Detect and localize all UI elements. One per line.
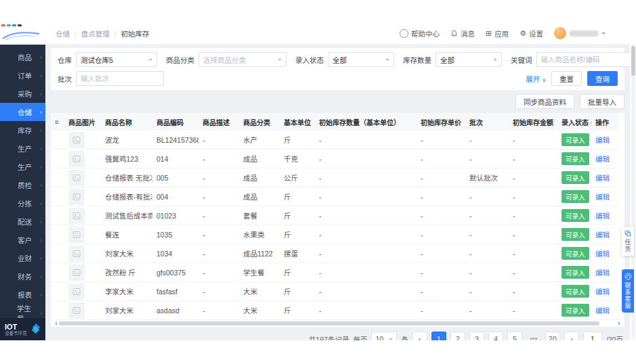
- sidebar-footer[interactable]: IOT 设备节环境: [0, 318, 45, 340]
- sidebar-item[interactable]: 订单: [0, 66, 45, 85]
- cell-initial-qty: -: [315, 282, 417, 301]
- expand-all-icon[interactable]: [55, 118, 59, 126]
- table-row[interactable]: 仓储报表-有批次 004 - 成品 斤 - - - - 可录入 编辑: [51, 187, 618, 206]
- edit-link[interactable]: 编辑: [595, 212, 610, 220]
- picture-icon: [72, 250, 81, 258]
- edit-link[interactable]: 编辑: [595, 174, 610, 182]
- tasks-fab[interactable]: 任务: [622, 227, 634, 256]
- batch-input[interactable]: [76, 71, 164, 86]
- cell-product-desc: -: [198, 206, 239, 225]
- table-row[interactable]: 仓储报表 无批次 005 - 成品 公斤 - - 默认批次 - 可录入 编辑: [51, 168, 618, 187]
- horizontal-scrollbar-thumb[interactable]: [59, 321, 599, 325]
- page-button[interactable]: 2: [450, 332, 465, 340]
- vertical-scrollbar-thumb[interactable]: [631, 46, 635, 76]
- table-row[interactable]: 孜然粉 斤 gfs00375 - 学生餐 斤 - - - - 可录入 编辑: [51, 263, 618, 282]
- edit-link[interactable]: 编辑: [595, 269, 610, 277]
- page-jump-input[interactable]: [583, 332, 602, 340]
- sidebar-item[interactable]: 商品: [0, 48, 45, 66]
- table-row[interactable]: 波龙 BL124157368 - 水产 斤 - - - - 可录入 编辑: [51, 131, 618, 150]
- table-row[interactable]: 李家大米 fasfasf - 大米 斤 - - - - 可录入 编辑: [51, 282, 618, 301]
- page-button[interactable]: •••: [526, 332, 541, 340]
- entry-status-select[interactable]: 全部: [328, 52, 394, 67]
- page-button[interactable]: 1: [431, 332, 446, 340]
- warehouse-label: 仓库: [58, 55, 72, 65]
- cell-initial-price: -: [417, 282, 465, 301]
- category-select[interactable]: 选择商品分类: [198, 52, 287, 67]
- messages-button[interactable]: 消息: [450, 28, 475, 39]
- page-button[interactable]: 4: [488, 332, 503, 340]
- info-icon[interactable]: [591, 119, 591, 127]
- product-image-placeholder: [68, 170, 85, 186]
- picture-icon: [72, 174, 81, 182]
- search-button[interactable]: 查询: [587, 71, 618, 86]
- help-center-button[interactable]: 帮助中心: [400, 28, 440, 39]
- page-button[interactable]: 20: [545, 332, 560, 340]
- settings-button[interactable]: ⚙ 设置: [520, 28, 543, 39]
- sidebar-item-label: 生产: [18, 162, 32, 172]
- horizontal-scrollbar[interactable]: [51, 320, 624, 327]
- edit-link[interactable]: 编辑: [595, 250, 610, 258]
- edit-link[interactable]: 编辑: [595, 306, 610, 315]
- picture-icon: [72, 212, 81, 220]
- prev-page-button[interactable]: [412, 332, 427, 340]
- table-row[interactable]: 餐连 1035 - 水果类 斤 - - - - 可录入 编辑: [51, 225, 618, 244]
- sidebar-item[interactable]: 库存: [0, 121, 45, 139]
- sidebar-item[interactable]: 配送: [0, 212, 45, 231]
- sidebar-item[interactable]: 生产: [0, 158, 45, 176]
- table-row[interactable]: 测试售后成本商品 01023 - 套餐 斤 - - - - 可录入 编辑: [51, 206, 618, 225]
- sidebar-item[interactable]: 仓储: [0, 103, 45, 121]
- row-expand-cell: [51, 187, 64, 206]
- expand-link[interactable]: 展开: [526, 74, 546, 84]
- page-button[interactable]: 3: [469, 332, 484, 340]
- batch-import-button[interactable]: 批量导入: [580, 94, 624, 109]
- per-page-prefix: 每页: [353, 334, 367, 341]
- cell-product-code: 014: [152, 150, 198, 168]
- warehouse-select[interactable]: 测试仓库5: [76, 52, 157, 67]
- breadcrumb-item[interactable]: 初始库存: [110, 28, 150, 39]
- cell-initial-qty: -: [315, 168, 417, 187]
- scroll-left-arrow-icon[interactable]: [53, 321, 57, 325]
- sidebar-item[interactable]: 客户: [0, 231, 45, 249]
- stock-qty-select[interactable]: 全部: [436, 52, 502, 67]
- picture-icon: [72, 306, 81, 315]
- sync-products-button[interactable]: 同步商品资料: [515, 94, 574, 109]
- row-expand-cell: [51, 244, 64, 263]
- sidebar-item-label: 配送: [18, 217, 32, 227]
- keyword-input[interactable]: [536, 52, 631, 67]
- table-row[interactable]: 强翼鸡123 014 - 成品 千克 - - - - 可录入 编辑: [51, 150, 618, 168]
- table-row[interactable]: 刘家大米 1034 - 成品1122 摞蛋 - - - - 可录入 编辑: [51, 244, 618, 263]
- reset-button[interactable]: 重置: [551, 71, 582, 86]
- apps-button[interactable]: ⊞ 应用: [486, 28, 509, 39]
- products-table-card: 商品图片 商品名称 商品编码 商品描述: [51, 113, 624, 327]
- sidebar-item-label: 仓储: [18, 107, 32, 117]
- edit-link[interactable]: 编辑: [595, 136, 610, 144]
- edit-link[interactable]: 编辑: [595, 155, 610, 163]
- scroll-right-arrow-icon[interactable]: [618, 321, 622, 325]
- picture-icon: [72, 269, 81, 277]
- next-page-button[interactable]: [564, 332, 579, 340]
- sidebar-item[interactable]: 生产: [0, 139, 45, 158]
- breadcrumb-item[interactable]: 仓储: [56, 28, 70, 39]
- cell-category: 大米: [239, 282, 280, 301]
- cell-initial-amount: -: [509, 206, 557, 225]
- breadcrumb-item[interactable]: 盘点管理: [70, 28, 110, 39]
- user-name-redacted: [569, 30, 599, 37]
- edit-link[interactable]: 编辑: [595, 231, 610, 239]
- user-menu[interactable]: [554, 27, 606, 39]
- sidebar-item[interactable]: 分拣: [0, 194, 45, 212]
- table-row[interactable]: 刘家大米 asdasd - 大米 斤 - - - - 可录入 编辑: [51, 301, 618, 320]
- edit-link[interactable]: 编辑: [595, 193, 610, 201]
- sidebar-item[interactable]: 质检: [0, 176, 45, 194]
- sidebar-item[interactable]: 报表: [0, 286, 45, 304]
- chevron-down-icon: [493, 59, 497, 63]
- edit-link[interactable]: 编辑: [595, 288, 610, 296]
- table-toolbar: 同步商品资料 批量导入: [51, 94, 624, 109]
- contact-service-fab[interactable]: 联系客服: [622, 269, 634, 313]
- page-button[interactable]: 5: [507, 332, 522, 340]
- logo-dash: [12, 24, 16, 26]
- sidebar-item[interactable]: 财务: [0, 267, 45, 286]
- cell-base-unit: 斤: [280, 225, 315, 244]
- sidebar-item[interactable]: 业财: [0, 249, 45, 267]
- per-page-select[interactable]: 10: [371, 332, 397, 340]
- sidebar-item[interactable]: 采购: [0, 85, 45, 103]
